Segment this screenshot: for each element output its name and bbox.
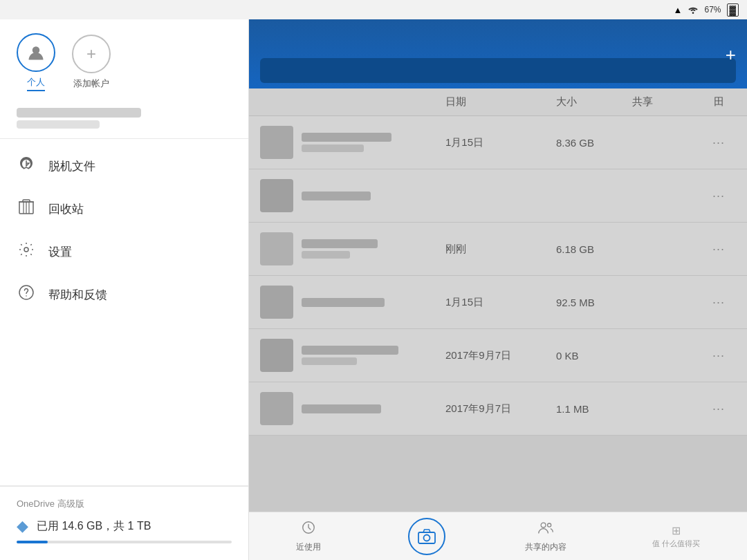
account-add-label: 添加帐户 (73, 77, 109, 90)
svg-point-13 (424, 534, 430, 541)
account-personal-label: 个人 (27, 76, 45, 91)
file-thumb-0 (260, 126, 293, 159)
user-info-section (0, 102, 248, 138)
tab-shared[interactable]: 共享的内容 (486, 520, 605, 553)
add-button[interactable]: + (726, 44, 736, 66)
file-size-4: 0 KB (556, 350, 632, 362)
file-more-4[interactable]: ··· (701, 348, 736, 363)
svg-point-8 (24, 248, 28, 252)
table-row[interactable]: ··· (249, 169, 747, 223)
file-row-left-3 (260, 286, 445, 319)
sidebar: 个人 + 添加帐户 (0, 19, 249, 560)
trash-label: 回收站 (48, 201, 84, 217)
tab-camera[interactable] (367, 518, 486, 555)
file-row-left-4 (260, 339, 445, 372)
storage-info-row: ◆ 已用 14.6 GB，共 1 TB (17, 517, 232, 535)
file-name-blur-5 (302, 404, 381, 413)
table-row[interactable]: 刚刚 6.18 GB ··· (249, 223, 747, 276)
svg-rect-12 (418, 532, 435, 543)
col-size-header: 大小 (556, 95, 632, 109)
file-date-3: 1月15日 (445, 296, 556, 309)
svg-point-15 (547, 523, 551, 527)
table-row[interactable]: 2017年9月7日 0 KB ··· (249, 329, 747, 382)
file-subname-blur-0 (302, 144, 364, 152)
main-header (249, 19, 747, 88)
recent-icon (301, 520, 316, 539)
tab-recent-label: 近使用 (296, 541, 321, 553)
file-name-area-3 (302, 298, 385, 307)
file-more-2[interactable]: ··· (701, 242, 736, 256)
file-date-4: 2017年9月7日 (445, 349, 556, 362)
col-share-header: 共享 (632, 95, 701, 109)
account-avatar-personal (17, 33, 55, 72)
file-subname-blur-4 (302, 357, 357, 365)
trash-icon (17, 198, 36, 219)
offline-label: 脱机文件 (48, 158, 95, 174)
user-email-blur (17, 108, 141, 118)
tab-shared-label: 共享的内容 (525, 541, 566, 553)
account-personal[interactable]: 个人 (17, 33, 55, 91)
sidebar-menu: 脱机文件 回收站 (0, 139, 248, 485)
settings-label: 设置 (48, 244, 72, 260)
add-account-icon: + (86, 44, 96, 64)
file-date-0: 1月15日 (445, 136, 556, 149)
battery-percentage: 67% (704, 5, 721, 15)
storage-text: 已用 14.6 GB，共 1 TB (37, 519, 151, 534)
col-grid-header[interactable]: 田 (701, 95, 736, 109)
storage-bar-track (17, 541, 232, 543)
file-thumb-2 (260, 232, 293, 265)
file-name-area-2 (302, 239, 378, 259)
file-thumb-4 (260, 339, 293, 372)
tab-recent[interactable]: 近使用 (249, 520, 367, 553)
file-name-blur-1 (302, 192, 371, 200)
menu-item-settings[interactable]: 设置 (0, 230, 248, 273)
file-more-3[interactable]: ··· (701, 295, 736, 310)
menu-item-trash[interactable]: 回收站 (0, 187, 248, 230)
help-label: 帮助和反馈 (48, 287, 107, 303)
file-name-area-5 (302, 404, 381, 413)
search-bar[interactable] (260, 58, 736, 83)
file-thumb-5 (260, 392, 293, 425)
file-size-5: 1.1 MB (556, 403, 632, 415)
file-thumb-1 (260, 179, 293, 212)
menu-item-offline[interactable]: 脱机文件 (0, 144, 248, 187)
table-row[interactable]: 2017年9月7日 1.1 MB ··· (249, 382, 747, 436)
help-icon (17, 284, 36, 305)
account-add[interactable]: + 添加帐户 (72, 35, 111, 90)
storage-bar-fill (17, 541, 48, 543)
file-row-left-5 (260, 392, 445, 425)
watermark-text: 值 什么值得买 (652, 539, 700, 548)
svg-point-0 (692, 12, 694, 14)
file-name-blur-4 (302, 346, 398, 355)
table-row[interactable]: 1月15日 8.36 GB ··· (249, 116, 747, 169)
file-row-left-0 (260, 126, 445, 159)
file-size-0: 8.36 GB (556, 137, 632, 149)
file-more-5[interactable]: ··· (701, 402, 736, 416)
wifi-signal-icon (688, 6, 699, 14)
svg-point-10 (26, 295, 27, 297)
account-add-avatar: + (72, 35, 111, 73)
diamond-icon: ◆ (17, 517, 28, 535)
file-list-area: 1月15日 8.36 GB ··· ··· (249, 116, 747, 512)
storage-plan-label: OneDrive 高级版 (17, 498, 232, 510)
svg-point-14 (541, 523, 546, 528)
col-date-header: 日期 (445, 95, 556, 109)
menu-item-help[interactable]: 帮助和反馈 (0, 273, 248, 316)
battery-icon: ▓ (727, 3, 739, 17)
camera-button[interactable] (408, 518, 445, 555)
file-row-left-1 (260, 179, 445, 212)
shared-icon (537, 520, 554, 539)
file-name-area-0 (302, 133, 391, 152)
file-list-header: 日期 大小 共享 田 (249, 88, 747, 116)
file-name-blur-3 (302, 298, 385, 307)
file-name-blur-0 (302, 133, 391, 142)
sidebar-storage: OneDrive 高级版 ◆ 已用 14.6 GB，共 1 TB (0, 486, 248, 560)
offline-icon (17, 156, 36, 176)
table-row[interactable]: 1月15日 92.5 MB ··· (249, 276, 747, 329)
file-name-blur-2 (302, 239, 378, 248)
file-row-left-2 (260, 232, 445, 265)
user-name-blur (17, 120, 100, 129)
file-size-2: 6.18 GB (556, 243, 632, 255)
file-more-0[interactable]: ··· (701, 136, 736, 150)
file-more-1[interactable]: ··· (701, 189, 736, 203)
